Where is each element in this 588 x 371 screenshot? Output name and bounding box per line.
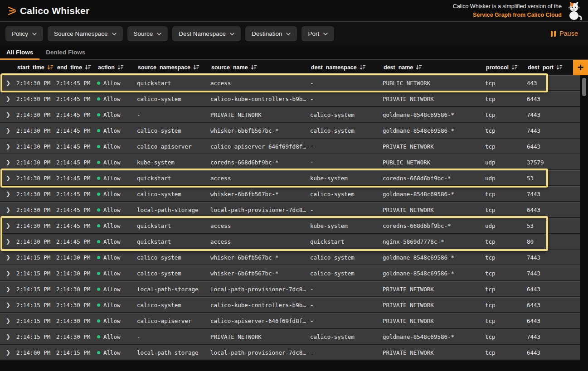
action-label: Allow: [103, 333, 121, 340]
allow-status-dot: [97, 240, 100, 243]
cell-dest-name: PRIVATE NETWORK: [383, 286, 485, 293]
sort-icon[interactable]: [416, 65, 422, 70]
table-row[interactable]: ❯2:14:30 PM2:14:45 PMAllowcalico-apiserv…: [0, 139, 580, 154]
table-row[interactable]: ❯2:14:30 PM2:14:45 PMAllowquickstartacce…: [0, 234, 580, 250]
action-label: Allow: [103, 96, 121, 102]
cell-source-namespace: quickstart: [137, 222, 210, 229]
cell-action: Allow: [97, 254, 137, 261]
cell-dest-namespace: calico-system: [310, 191, 383, 198]
cell-end-time: 2:14:45 PM: [56, 222, 97, 229]
table-row[interactable]: ❯2:14:30 PM2:14:45 PMAllowquickstartacce…: [0, 218, 580, 234]
column-header-action[interactable]: action: [97, 64, 137, 71]
cell-source-namespace: calico-system: [137, 254, 210, 261]
expand-chevron-icon[interactable]: ❯: [0, 207, 16, 213]
table-row[interactable]: ❯2:14:00 PM2:14:15 PMAllowlocal-path-sto…: [0, 345, 580, 361]
service-graph-link[interactable]: Service Graph from Calico Cloud: [453, 11, 562, 19]
filter-policy[interactable]: Policy: [5, 26, 43, 41]
filter-dest-namespace[interactable]: Dest Namespace: [172, 26, 241, 41]
expand-chevron-icon[interactable]: ❯: [0, 349, 16, 356]
cell-end-time: 2:14:15 PM: [56, 349, 97, 356]
column-header-source_name[interactable]: source_name: [210, 64, 310, 71]
filter-destination[interactable]: Destination: [245, 26, 297, 41]
table-row[interactable]: ❯2:14:30 PM2:14:45 PMAllowquickstartacce…: [0, 170, 580, 186]
tab-denied-flows[interactable]: Denied Flows: [39, 45, 92, 59]
sort-icon[interactable]: [251, 65, 257, 70]
expand-chevron-icon[interactable]: ❯: [0, 159, 16, 165]
expand-chevron-icon[interactable]: ❯: [0, 254, 16, 260]
filter-port[interactable]: Port: [301, 26, 334, 41]
cell-source-namespace: calico-system: [137, 191, 210, 198]
expand-chevron-icon[interactable]: ❯: [0, 143, 16, 149]
sort-icon[interactable]: [193, 65, 199, 70]
column-header-dest_namespace[interactable]: dest_namespace: [310, 64, 383, 71]
expand-chevron-icon[interactable]: ❯: [0, 80, 16, 86]
sort-icon[interactable]: [511, 65, 518, 70]
cell-protocol: tcp: [485, 254, 527, 261]
expand-chevron-icon[interactable]: ❯: [0, 333, 16, 340]
app-header: Calico Whisker Calico Whisker is a simpl…: [0, 0, 588, 22]
pause-button[interactable]: Pause: [546, 27, 583, 40]
tab-all-flows[interactable]: All Flows: [0, 45, 39, 59]
expand-chevron-icon[interactable]: ❯: [0, 96, 16, 102]
sort-icon[interactable]: [117, 65, 124, 70]
expand-chevron-icon[interactable]: ❯: [0, 318, 16, 324]
table-row[interactable]: ❯2:14:15 PM2:14:30 PMAllowcalico-apiserv…: [0, 313, 580, 329]
expand-chevron-icon[interactable]: ❯: [0, 175, 16, 181]
expand-chevron-icon[interactable]: ❯: [0, 191, 16, 197]
allow-status-dot: [97, 256, 100, 259]
table-row[interactable]: ❯2:14:15 PM2:14:30 PMAllowlocal-path-sto…: [0, 281, 580, 297]
cell-dest-namespace: calico-system: [310, 127, 383, 134]
column-header-start_time[interactable]: start_time: [16, 64, 56, 71]
cell-source-namespace: quickstart: [137, 80, 210, 87]
cell-action: Allow: [97, 238, 137, 245]
expand-chevron-icon[interactable]: ❯: [0, 111, 16, 118]
table-row[interactable]: ❯2:14:30 PM2:14:45 PMAllow-PRIVATE NETWO…: [0, 107, 580, 123]
filter-source-namespace[interactable]: Source Namespace: [48, 26, 123, 41]
sort-icon[interactable]: [360, 65, 366, 70]
cell-action: Allow: [97, 286, 137, 293]
filter-bar: PolicySource NamespaceSourceDest Namespa…: [0, 22, 588, 45]
cell-dest-port: 80: [527, 238, 567, 245]
expand-chevron-icon[interactable]: ❯: [0, 270, 16, 276]
column-header-end_time[interactable]: end_time: [56, 64, 97, 71]
cell-source-namespace: calico-system: [137, 270, 210, 277]
add-column-button[interactable]: +: [573, 60, 588, 75]
vertical-scrollbar[interactable]: [582, 76, 587, 361]
cell-start-time: 2:14:15 PM: [16, 286, 56, 293]
expand-chevron-icon[interactable]: ❯: [0, 127, 16, 134]
cell-dest-namespace: -: [310, 143, 383, 150]
cell-start-time: 2:14:15 PM: [16, 333, 56, 340]
cell-protocol: udp: [485, 159, 527, 166]
filter-label: Policy: [12, 30, 28, 37]
sort-icon[interactable]: [556, 65, 563, 70]
table-row[interactable]: ❯2:14:15 PM2:14:30 PMAllow-PRIVATE NETWO…: [0, 329, 580, 345]
expand-chevron-icon[interactable]: ❯: [0, 302, 16, 308]
column-header-source_namespace[interactable]: source_namespace: [137, 64, 210, 71]
table-row[interactable]: ❯2:14:15 PM2:14:30 PMAllowcalico-systemc…: [0, 297, 580, 313]
scrollbar-thumb[interactable]: [582, 78, 586, 96]
expand-chevron-icon[interactable]: ❯: [0, 286, 16, 292]
expand-chevron-icon[interactable]: ❯: [0, 238, 16, 245]
column-label: protocol: [486, 64, 509, 71]
cell-start-time: 2:14:30 PM: [16, 159, 56, 166]
allow-status-dot: [97, 177, 100, 180]
tabs: All FlowsDenied Flows: [0, 45, 588, 60]
table-row[interactable]: ❯2:14:30 PM2:14:45 PMAllowlocal-path-sto…: [0, 202, 580, 218]
table-row[interactable]: ❯2:14:30 PM2:14:45 PMAllowcalico-systemw…: [0, 186, 580, 202]
table-row[interactable]: ❯2:14:30 PM2:14:45 PMAllowquickstartacce…: [0, 75, 580, 91]
sort-icon[interactable]: [47, 65, 53, 70]
filter-source[interactable]: Source: [127, 26, 168, 41]
table-row[interactable]: ❯2:14:15 PM2:14:30 PMAllowcalico-systemw…: [0, 250, 580, 265]
sort-icon[interactable]: [85, 65, 91, 70]
column-header-dest_port[interactable]: dest_port: [527, 64, 567, 71]
expand-chevron-icon[interactable]: ❯: [0, 222, 16, 229]
table-row[interactable]: ❯2:14:30 PM2:14:45 PMAllowkube-systemcor…: [0, 154, 580, 170]
table-row[interactable]: ❯2:14:30 PM2:14:45 PMAllowcalico-systemc…: [0, 91, 580, 107]
cell-end-time: 2:14:45 PM: [56, 80, 97, 87]
table-row[interactable]: ❯2:14:15 PM2:14:30 PMAllowcalico-systemw…: [0, 265, 580, 281]
column-header-protocol[interactable]: protocol: [485, 64, 527, 71]
cell-dest-port: 53: [527, 175, 567, 182]
column-header-dest_name[interactable]: dest_name: [383, 64, 485, 71]
table-row[interactable]: ❯2:14:30 PM2:14:45 PMAllowcalico-systemw…: [0, 123, 580, 139]
cell-end-time: 2:14:45 PM: [56, 238, 97, 245]
